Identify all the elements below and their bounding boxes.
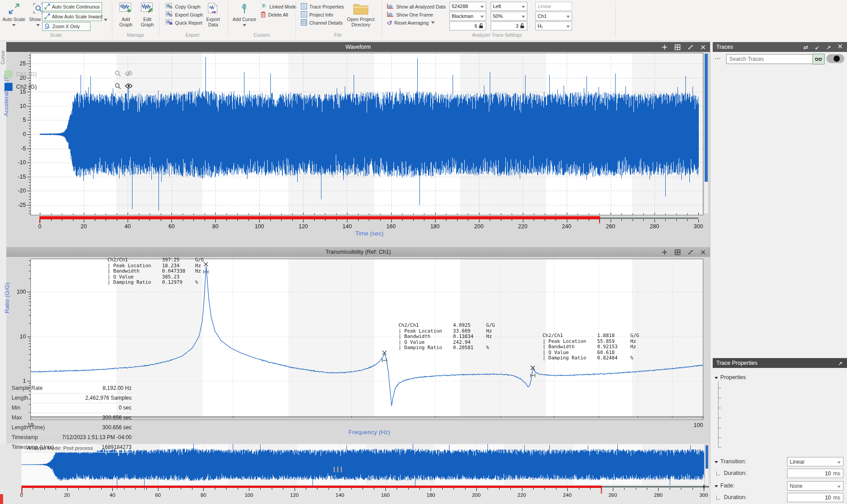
visibility-on-icon[interactable] [125,83,137,90]
link-traces-button[interactable] [813,54,825,64]
search-traces-input[interactable] [726,54,813,64]
property-row[interactable]: Max300.656 sec [12,413,132,423]
overview-grip-handle[interactable] [332,466,343,474]
project-info-button[interactable]: Project Info [301,11,333,18]
add-trace-icon[interactable] [662,44,667,50]
window-function-dropdown[interactable]: Blackman [449,12,486,21]
export-graph-button[interactable]: Export Graph [166,11,203,18]
app-window: Auto Scale Show All Auto Scale Continuou… [0,0,847,504]
transition-dropdown[interactable]: Linear [787,457,843,466]
overview-left-marker [0,494,3,504]
linked-mode-button[interactable]: Linked Mode [261,3,296,10]
property-row[interactable]: Min0 sec [12,403,132,413]
property-row[interactable]: Length2,462,976 Samples [12,393,132,403]
cursor-annotation[interactable]: Ch2/Ch11.8818G/G| Peak Location55.859Hz|… [543,333,644,361]
property-row[interactable]: Timestamp7/12/2023 1:51:13 PM -04:00 [12,432,132,443]
transition-row[interactable]: Transition: [714,458,746,465]
chevron-down-icon [566,13,570,19]
add-graph-button[interactable]: Add Graph [116,2,136,30]
add-trace-icon[interactable] [662,249,667,255]
overview-chart[interactable] [0,444,710,504]
allow-auto-scale-inward-toggle[interactable]: Allow Auto Scale Inward [42,12,102,21]
add-cursor-icon [232,3,257,15]
expand-icon[interactable] [688,44,693,50]
close-icon[interactable] [701,45,706,50]
edit-graph-icon [137,3,158,15]
cursor-annotation[interactable]: Ch2/Ch14.0925G/G| Peak Location33.609Hz|… [398,323,500,351]
waveform-titlebar[interactable]: Waveform [6,42,710,52]
show-one-frame-button[interactable]: Show One Frame [387,11,433,18]
auto-scale-button[interactable]: Auto Scale [1,2,27,30]
properties-section-header[interactable]: Properties [714,374,746,380]
group-label-manage: Manage [110,32,161,38]
layout-grid-icon[interactable] [675,249,680,255]
property-row[interactable]: Timestamp (Unix)1689184273 [12,442,132,453]
export-data-button[interactable]: Export Data [201,2,225,30]
trash-icon [261,11,266,18]
zoom-to-trace-icon[interactable] [115,70,121,78]
property-row[interactable]: Sample Rate8,192.00 Hz [12,383,132,393]
trace-row-ch2[interactable]: Ch2 (G) [3,81,137,93]
samples-dropdown[interactable]: 524288 [449,2,486,11]
lock-open-icon [520,23,525,30]
transmissibility-titlebar[interactable]: Transmissibility (Ref: Ch1) [6,247,710,257]
channel-dropdown[interactable]: Ch1 [535,12,572,21]
analyzed-data-icon [387,3,394,10]
trace-row-ch1[interactable]: Ch1 (G) [3,68,137,80]
frames-input[interactable]: 6 [449,21,486,30]
traces-menu-button[interactable]: ⋯ [714,55,721,62]
add-graph-icon [116,3,136,15]
expand-icon[interactable] [688,249,693,255]
lock-open-icon [479,23,484,30]
reference-dropdown[interactable]: Left [491,2,527,11]
trace-properties-button[interactable]: Trace Properties [301,3,344,10]
cursor-annotation[interactable]: Ch2/Ch1397.25G/G| Peak Location18.234Hz|… [107,257,209,286]
dock-icon[interactable]: ↙ [815,44,819,51]
tree-line [718,381,719,447]
traces-toggle-switch[interactable] [826,54,844,63]
glasses-icon [815,55,822,63]
copy-graph-button[interactable]: Copy Graph [166,3,201,10]
export-data-icon [201,3,225,15]
close-icon[interactable] [838,44,843,50]
visibility-off-icon[interactable] [125,71,137,77]
delete-all-button[interactable]: Delete All [261,11,288,18]
property-row[interactable]: Length (Time)300.656 sec [12,423,132,433]
quick-report-button[interactable]: Quick Report [166,19,202,26]
fade-duration-input[interactable]: 10 ms [787,493,843,502]
overlap-dropdown[interactable]: 50% [491,12,527,21]
close-icon[interactable] [701,250,706,255]
reset-averaging-button[interactable]: ↺Reset Averaging [387,19,435,26]
zoom-x-only-toggle[interactable]: Zoom X Only [42,22,90,31]
show-all-analyzed-data-button[interactable]: Show all Analyzed Data [387,3,445,10]
edit-graph-button[interactable]: Edit Graph [137,2,158,30]
zoom-to-trace-icon[interactable] [115,83,121,91]
waveform-vscroll-thumb[interactable] [705,54,708,182]
traces-panel-titlebar[interactable]: Traces ⇄ ↙ ↗ [713,42,847,52]
averages-input[interactable]: 3 [491,21,527,30]
overview-vscrollbar[interactable] [705,444,709,486]
estimator-dropdown[interactable]: Ĥ₁ [535,21,572,30]
channel-details-button[interactable]: Channel Details [301,19,342,26]
waveform-vscrollbar[interactable] [704,53,709,214]
popout-icon[interactable]: ↗ [826,44,831,51]
auto-scale-options-caret[interactable] [104,15,107,23]
trace-label: Ch2 (G) [16,83,37,90]
property-value: 300.656 sec [103,414,132,421]
list-icon [301,11,307,18]
popout-icon[interactable]: ↗ [838,360,843,367]
fade-row[interactable]: Fade: [714,483,735,489]
property-label: Length [12,395,28,401]
auto-scale-continuous-icon [44,4,50,10]
auto-scale-continuous-toggle[interactable]: Auto Scale Continuous [42,2,102,11]
chevron-down-icon [566,23,570,29]
overview-vscroll-thumb[interactable] [706,445,708,469]
layout-grid-icon[interactable] [675,44,680,50]
fade-dropdown[interactable]: None [787,481,843,491]
trace-properties-titlebar[interactable]: Trace Properties ↗ [713,358,847,368]
open-project-directory-button[interactable]: Open Project Directory [344,2,378,30]
group-separator [227,2,228,38]
swap-icon[interactable]: ⇄ [804,44,808,51]
transition-duration-input[interactable]: 10 ms [787,469,843,478]
add-cursor-button[interactable]: Add Cursor [232,2,257,30]
